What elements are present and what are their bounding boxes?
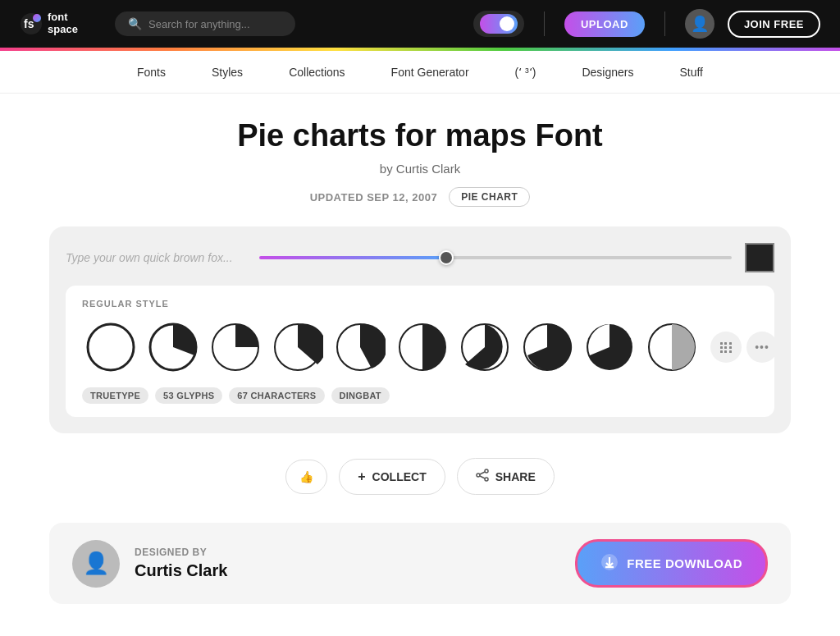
svg-point-15 bbox=[477, 474, 480, 477]
nav-item-fonts[interactable]: Fonts bbox=[114, 51, 189, 94]
logo[interactable]: fs font space bbox=[20, 11, 102, 36]
color-swatch[interactable] bbox=[745, 243, 774, 272]
designer-section: 👤 DESIGNED BY Curtis Clark FREE DOWNLOAD bbox=[49, 523, 791, 604]
logo-icon: fs bbox=[20, 12, 43, 35]
like-button[interactable]: 👍 bbox=[285, 460, 327, 494]
page-title: Pie charts for maps Font bbox=[49, 118, 791, 153]
preview-text-input[interactable] bbox=[66, 251, 246, 264]
nav-item-collections[interactable]: Collections bbox=[266, 51, 368, 94]
svg-point-13 bbox=[485, 469, 488, 473]
logo-text: font space bbox=[48, 11, 78, 36]
theme-toggle-area bbox=[473, 11, 524, 37]
svg-text:fs: fs bbox=[24, 17, 34, 30]
nav-item-designers[interactable]: Designers bbox=[559, 51, 656, 94]
download-label: FREE DOWNLOAD bbox=[627, 556, 742, 570]
svg-line-16 bbox=[480, 472, 485, 474]
collect-plus-icon: + bbox=[358, 469, 365, 484]
person-icon: 👤 bbox=[691, 15, 709, 33]
nav-item-stuff[interactable]: Stuff bbox=[656, 51, 726, 94]
glyph-4 bbox=[269, 318, 326, 376]
search-icon: 🔍 bbox=[128, 17, 142, 30]
grid-icon bbox=[720, 342, 732, 353]
glyph-2 bbox=[144, 318, 202, 376]
header-divider-2 bbox=[664, 11, 665, 36]
glyph-10 bbox=[643, 318, 701, 376]
glyph-6 bbox=[394, 318, 451, 376]
page-subtitle: by Curtis Clark bbox=[49, 162, 791, 176]
thumbs-up-icon: 👍 bbox=[299, 470, 313, 483]
updated-text: UPDATED SEP 12, 2007 bbox=[310, 191, 437, 204]
glyph-3 bbox=[207, 318, 264, 376]
share-button[interactable]: SHARE bbox=[457, 458, 555, 495]
glyph-7 bbox=[456, 318, 514, 376]
preview-input-row bbox=[66, 243, 774, 272]
nav-item-emoji[interactable]: (ʻ ³ʻ) bbox=[492, 51, 559, 94]
meta-row: UPDATED SEP 12, 2007 PIE CHART bbox=[49, 187, 791, 207]
theme-toggle[interactable] bbox=[480, 14, 518, 34]
grid-view-button[interactable] bbox=[710, 332, 742, 363]
preview-outer: REGULAR STYLE bbox=[49, 226, 791, 433]
designer-left: 👤 DESIGNED BY Curtis Clark bbox=[72, 540, 227, 588]
collect-label: COLLECT bbox=[372, 470, 427, 483]
action-row: 👍 + COLLECT SHARE bbox=[49, 458, 791, 495]
join-button[interactable]: JOIN FREE bbox=[728, 11, 820, 38]
header: fs font space 🔍 UPLOAD 👤 JOIN FREE bbox=[0, 0, 840, 48]
designer-info: DESIGNED BY Curtis Clark bbox=[135, 547, 227, 580]
slider-container bbox=[259, 256, 732, 259]
nav-item-styles[interactable]: Styles bbox=[189, 51, 266, 94]
font-style-label: REGULAR STYLE bbox=[82, 299, 758, 309]
person-icon: 👤 bbox=[83, 551, 109, 576]
share-icon bbox=[476, 469, 489, 484]
tag-glyphs[interactable]: 53 GLYPHS bbox=[155, 387, 222, 404]
upload-button[interactable]: UPLOAD bbox=[564, 11, 645, 37]
main-nav: Fonts Styles Collections Font Generator … bbox=[0, 51, 840, 94]
more-options-button[interactable]: ••• bbox=[746, 332, 778, 363]
tag-truetype[interactable]: TRUETYPE bbox=[82, 387, 148, 404]
dots-icon: ••• bbox=[755, 341, 769, 354]
share-label: SHARE bbox=[495, 470, 536, 483]
avatar[interactable]: 👤 bbox=[685, 9, 714, 39]
tag-dingbat[interactable]: DINGBAT bbox=[331, 387, 390, 404]
designed-by-label: DESIGNED BY bbox=[135, 547, 227, 558]
toggle-knob bbox=[500, 16, 514, 31]
search-input[interactable] bbox=[148, 18, 280, 30]
designer-avatar[interactable]: 👤 bbox=[72, 540, 120, 588]
font-style-section: REGULAR STYLE bbox=[66, 286, 774, 417]
header-divider bbox=[544, 11, 545, 36]
tag-badge[interactable]: PIE CHART bbox=[449, 187, 530, 207]
font-size-slider-thumb[interactable] bbox=[439, 250, 454, 265]
svg-point-3 bbox=[88, 324, 134, 370]
glyph-9 bbox=[581, 318, 638, 376]
main-content: Pie charts for maps Font by Curtis Clark… bbox=[0, 94, 840, 636]
nav-item-font-generator[interactable]: Font Generator bbox=[368, 51, 492, 94]
svg-point-2 bbox=[33, 14, 41, 22]
collect-button[interactable]: + COLLECT bbox=[339, 459, 445, 495]
glyph-1 bbox=[82, 318, 139, 376]
download-button[interactable]: FREE DOWNLOAD bbox=[575, 539, 768, 588]
designer-name: Curtis Clark bbox=[135, 561, 227, 580]
tags-row: TRUETYPE 53 GLYPHS 67 CHARACTERS DINGBAT bbox=[82, 387, 758, 404]
glyph-5 bbox=[331, 318, 389, 376]
glyph-8 bbox=[518, 318, 576, 376]
font-size-slider-track bbox=[259, 256, 732, 259]
tag-characters[interactable]: 67 CHARACTERS bbox=[229, 387, 324, 404]
search-bar[interactable]: 🔍 bbox=[115, 11, 295, 36]
svg-line-17 bbox=[480, 476, 485, 478]
download-icon bbox=[600, 553, 619, 574]
svg-point-14 bbox=[485, 478, 488, 481]
glyphs-row: ••• bbox=[82, 318, 758, 376]
